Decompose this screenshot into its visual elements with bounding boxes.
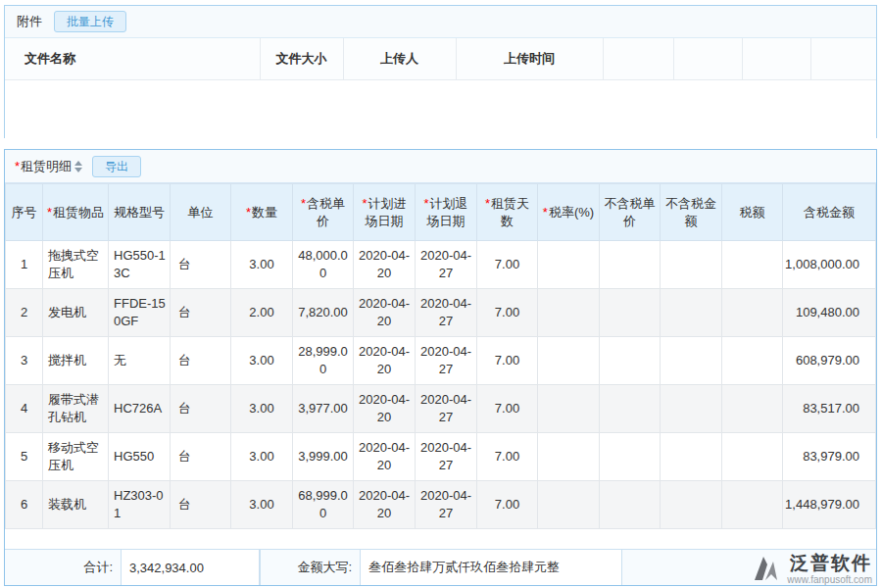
cell-ex-tax-amount xyxy=(661,385,722,433)
col-tax-excl-price: 不含税单价 xyxy=(600,184,661,241)
cell-seq: 5 xyxy=(6,433,43,481)
cell-days: 7.00 xyxy=(477,433,538,481)
cell-qty: 3.00 xyxy=(231,337,293,385)
attachments-table: 文件名称 文件大小 上传人 上传时间 xyxy=(5,38,876,80)
col-tax-rate: *税率(%) xyxy=(538,184,600,241)
cell-date-in: 2020-04-20 xyxy=(354,289,416,337)
cell-unit: 台 xyxy=(171,481,231,529)
sort-toggle-icon[interactable] xyxy=(74,161,82,172)
cell-price: 7,820.00 xyxy=(293,289,354,337)
rental-row: 4 履带式潜孔钻机 HC726A 台 3.00 3,977.00 2020-04… xyxy=(6,385,876,433)
rental-row: 6 装载机 HZ303-01 台 3.00 68,999.00 2020-04-… xyxy=(6,481,876,529)
cell-seq: 6 xyxy=(6,481,43,529)
attachments-empty-body xyxy=(5,80,876,139)
cell-ex-tax-amount xyxy=(661,289,722,337)
cell-unit: 台 xyxy=(171,241,231,289)
tab-attachments[interactable]: 附件 xyxy=(17,13,42,30)
cell-ex-tax-price xyxy=(600,337,661,385)
cell-tax xyxy=(722,241,783,289)
cell-spec: FFDE-150GF xyxy=(109,289,171,337)
vendor-url: www.fanpusoft.com xyxy=(787,574,872,585)
col-rental-item: *租赁物品 xyxy=(43,184,109,241)
rental-row: 5 移动式空压机 HG550 台 3.00 3,999.00 2020-04-2… xyxy=(6,433,876,481)
cell-ex-tax-price xyxy=(600,481,661,529)
cell-tax-rate xyxy=(538,481,600,529)
cell-tax-rate xyxy=(538,337,600,385)
cell-date-in: 2020-04-20 xyxy=(354,337,416,385)
cell-ex-tax-amount xyxy=(661,337,722,385)
cell-seq: 1 xyxy=(6,241,43,289)
col-empty-1 xyxy=(603,38,673,79)
cell-tax xyxy=(722,385,783,433)
cell-date-out: 2020-04-27 xyxy=(416,433,477,481)
cell-date-out: 2020-04-27 xyxy=(416,289,477,337)
cell-date-in: 2020-04-20 xyxy=(354,433,416,481)
col-unit: 单位 xyxy=(171,184,231,241)
col-planned-exit-date: *计划退场日期 xyxy=(416,184,477,241)
cell-spec: HZ303-01 xyxy=(109,481,171,529)
col-planned-entry-date: *计划进场日期 xyxy=(354,184,416,241)
cell-amount: 83,517.00 xyxy=(783,385,876,433)
required-mark: * xyxy=(15,159,20,173)
cell-qty: 3.00 xyxy=(231,481,293,529)
col-seq: 序号 xyxy=(6,184,43,241)
batch-upload-button[interactable]: 批量上传 xyxy=(54,11,126,32)
cell-qty: 3.00 xyxy=(231,385,293,433)
cell-ex-tax-amount xyxy=(661,481,722,529)
cell-seq: 3 xyxy=(6,337,43,385)
attachments-header-row: 文件名称 文件大小 上传人 上传时间 xyxy=(5,38,876,79)
col-tax-excl-amount: 不含税金额 xyxy=(661,184,722,241)
cell-date-in: 2020-04-20 xyxy=(354,481,416,529)
vendor-logo-text: 泛普软件 www.fanpusoft.com xyxy=(787,554,872,585)
cell-price: 3,999.00 xyxy=(293,433,354,481)
cell-tax-rate xyxy=(538,433,600,481)
cell-qty: 3.00 xyxy=(231,241,293,289)
cell-price: 68,999.00 xyxy=(293,481,354,529)
total-value: 3,342,934.00 xyxy=(121,550,260,585)
col-empty-4 xyxy=(810,38,876,79)
fanpu-logo-icon xyxy=(751,555,782,585)
cell-tax-rate xyxy=(538,289,600,337)
col-spec-model: 规格型号 xyxy=(109,184,171,241)
vendor-logo: 泛普软件 www.fanpusoft.com xyxy=(751,554,872,585)
cell-unit: 台 xyxy=(171,337,231,385)
col-empty-3 xyxy=(742,38,810,79)
summary-bar: 合计: 3,342,934.00 金额大写: 叁佰叁拾肆万贰仟玖佰叁拾肆元整 xyxy=(5,549,876,585)
amount-words-value: 叁佰叁拾肆万贰仟玖佰叁拾肆元整 xyxy=(360,550,622,585)
cell-unit: 台 xyxy=(171,385,231,433)
cell-days: 7.00 xyxy=(477,289,538,337)
rental-row: 2 发电机 FFDE-150GF 台 2.00 7,820.00 2020-04… xyxy=(6,289,876,337)
export-button[interactable]: 导出 xyxy=(92,156,141,177)
cell-amount: 109,480.00 xyxy=(783,289,876,337)
cell-ex-tax-price xyxy=(600,289,661,337)
cell-item: 履带式潜孔钻机 xyxy=(43,385,109,433)
col-empty-2 xyxy=(673,38,742,79)
vendor-name: 泛普软件 xyxy=(790,554,872,574)
cell-days: 7.00 xyxy=(477,481,538,529)
cell-spec: HG550 xyxy=(109,433,171,481)
sort-up-icon xyxy=(74,161,82,166)
col-tax-incl-price: *含税单价 xyxy=(293,184,354,241)
rental-row: 3 搅拌机 无 台 3.00 28,999.00 2020-04-20 2020… xyxy=(6,337,876,385)
rental-title-text: 租赁明细 xyxy=(21,158,72,175)
cell-spec: HG550-13C xyxy=(109,241,171,289)
col-quantity: *数量 xyxy=(231,184,293,241)
col-upload-time: 上传时间 xyxy=(456,38,603,79)
cell-qty: 3.00 xyxy=(231,433,293,481)
sort-down-icon xyxy=(74,168,82,172)
rental-toolbar: * 租赁明细 导出 xyxy=(5,150,876,183)
cell-ex-tax-amount xyxy=(661,433,722,481)
rental-table: 序号 *租赁物品 规格型号 单位 *数量 *含税单价 *计划进场日期 *计划退场… xyxy=(5,183,876,529)
cell-date-in: 2020-04-20 xyxy=(354,385,416,433)
attachments-panel: 附件 批量上传 文件名称 文件大小 上传人 上传时间 xyxy=(4,5,877,138)
cell-item: 搅拌机 xyxy=(43,337,109,385)
cell-amount: 83,979.00 xyxy=(783,433,876,481)
total-label: 合计: xyxy=(5,550,121,585)
cell-tax xyxy=(722,289,783,337)
amount-words-label: 金额大写: xyxy=(260,550,360,585)
rental-details-panel: * 租赁明细 导出 序号 *租赁物品 规格型号 单位 *数量 *含税单价 *计划 xyxy=(4,149,877,586)
cell-date-out: 2020-04-27 xyxy=(416,241,477,289)
cell-ex-tax-amount xyxy=(661,241,722,289)
cell-tax-rate xyxy=(538,241,600,289)
cell-seq: 2 xyxy=(6,289,43,337)
